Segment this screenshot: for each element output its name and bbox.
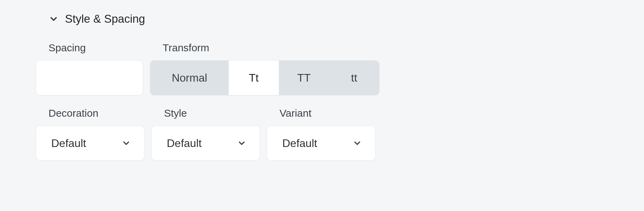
variant-group: Variant Default xyxy=(267,107,375,160)
transform-option-lowercase[interactable]: tt xyxy=(329,61,379,95)
chevron-down-icon xyxy=(237,138,247,148)
variant-select[interactable]: Default xyxy=(267,126,375,160)
decoration-group: Decoration Default xyxy=(36,107,144,160)
transform-option-capitalize[interactable]: Tt xyxy=(229,61,279,95)
chevron-down-icon xyxy=(48,14,59,24)
section-title: Style & Spacing xyxy=(65,12,145,25)
style-label: Style xyxy=(164,107,260,119)
spacing-control: px xyxy=(36,61,143,95)
style-select[interactable]: Default xyxy=(152,126,260,160)
transform-label: Transform xyxy=(163,42,379,54)
variant-label: Variant xyxy=(280,107,375,119)
decoration-label: Decoration xyxy=(48,107,144,119)
style-group: Style Default xyxy=(152,107,260,160)
decoration-value: Default xyxy=(51,137,86,150)
transform-group: Transform Normal Tt TT tt xyxy=(150,42,379,95)
spacing-input[interactable] xyxy=(36,61,143,95)
spacing-group: Spacing px xyxy=(36,42,143,95)
chevron-down-icon xyxy=(121,138,131,148)
transform-option-uppercase[interactable]: TT xyxy=(279,61,329,95)
transform-segmented: Normal Tt TT tt xyxy=(150,61,379,95)
decoration-select[interactable]: Default xyxy=(36,126,144,160)
variant-value: Default xyxy=(282,137,317,150)
style-value: Default xyxy=(167,137,201,150)
spacing-label: Spacing xyxy=(48,42,143,54)
section-toggle[interactable]: Style & Spacing xyxy=(48,12,644,25)
transform-option-normal[interactable]: Normal xyxy=(150,61,229,95)
chevron-down-icon xyxy=(352,138,362,148)
